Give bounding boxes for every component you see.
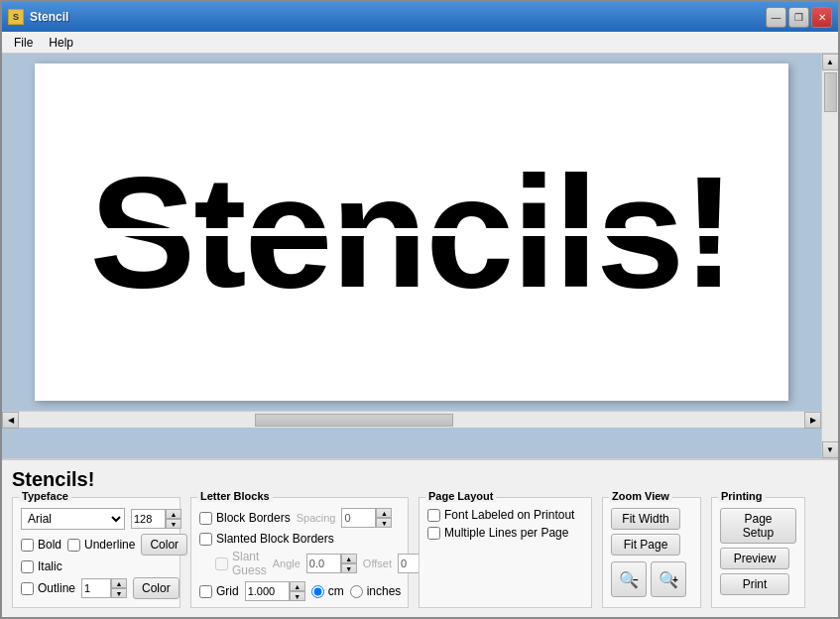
spacing-down-button[interactable]: ▼ — [376, 518, 392, 528]
slant-guess-label[interactable]: Slant Guess — [215, 550, 267, 577]
canvas-scroll-area[interactable]: Stencils! ◀ ▶ — [2, 54, 821, 458]
app-icon: S — [8, 9, 24, 25]
letter-blocks-group-title: Letter Blocks — [197, 490, 273, 502]
angle-label: Angle — [273, 557, 300, 569]
font-labeled-label[interactable]: Font Labeled on Printout — [427, 508, 574, 522]
grid-spinner-btns: ▲ ▼ — [290, 581, 305, 601]
inches-radio[interactable] — [350, 585, 363, 598]
font-select[interactable]: Arial Times New Roman Courier New Verdan… — [21, 508, 125, 530]
grid-checkbox[interactable] — [199, 585, 212, 598]
letter-blocks-group: Letter Blocks Block Borders Spacing ▲ ▼ — [190, 497, 409, 608]
stencil-preview-text: Stencils! — [90, 141, 734, 323]
italic-checkbox[interactable] — [21, 560, 34, 573]
zoom-view-group: Zoom View Fit Width Fit Page 🔍− 🔍+ — [602, 497, 701, 608]
close-button[interactable]: ✕ — [811, 7, 832, 28]
font-dropdown-wrapper: Arial Times New Roman Courier New Verdan… — [21, 508, 125, 530]
grid-down-button[interactable]: ▼ — [290, 591, 305, 601]
slanted-borders-row: Slanted Block Borders — [199, 532, 400, 546]
typeface-group: Typeface Arial Times New Roman Courier N… — [12, 497, 180, 608]
grid-up-button[interactable]: ▲ — [290, 581, 305, 591]
multiple-lines-label[interactable]: Multiple Lines per Page — [427, 526, 568, 540]
app-title-row: Stencils! — [12, 468, 828, 491]
zoom-out-button[interactable]: 🔍− — [611, 561, 647, 597]
fit-width-button[interactable]: Fit Width — [611, 508, 680, 530]
page-setup-button[interactable]: Page Setup — [720, 508, 796, 544]
underline-checkbox[interactable] — [67, 539, 80, 552]
spacing-label: Spacing — [297, 512, 336, 524]
hscroll-thumb[interactable] — [255, 414, 453, 427]
italic-label[interactable]: Italic — [21, 559, 62, 573]
slanted-borders-checkbox[interactable] — [199, 533, 212, 546]
vscroll-thumb[interactable] — [824, 72, 837, 112]
font-size-up-button[interactable]: ▲ — [166, 509, 181, 519]
print-button[interactable]: Print — [720, 573, 789, 595]
page-setup-row: Page Setup — [720, 508, 796, 544]
inches-radio-label[interactable]: inches — [350, 584, 402, 598]
window-title: Stencil — [30, 10, 68, 24]
zoom-in-button[interactable]: 🔍+ — [651, 561, 686, 597]
angle-up-button[interactable]: ▲ — [341, 554, 357, 563]
angle-down-button[interactable]: ▼ — [341, 563, 357, 573]
fit-page-button[interactable]: Fit Page — [611, 534, 680, 556]
outline-checkbox[interactable] — [21, 582, 34, 595]
hscroll-left-button[interactable]: ◀ — [2, 412, 19, 429]
bold-checkbox[interactable] — [21, 539, 34, 552]
hscroll-track[interactable] — [19, 412, 804, 428]
fit-page-row: Fit Page — [611, 534, 692, 556]
multiple-lines-checkbox[interactable] — [427, 527, 440, 540]
typeface-font-row: Arial Times New Roman Courier New Verdan… — [21, 508, 172, 530]
grid-spinner: ▲ ▼ — [245, 581, 305, 601]
grid-label[interactable]: Grid — [199, 584, 239, 598]
zoom-view-group-title: Zoom View — [609, 490, 672, 502]
spacing-input[interactable] — [341, 508, 376, 528]
grid-input[interactable] — [245, 581, 290, 601]
bold-label[interactable]: Bold — [21, 538, 61, 552]
minimize-button[interactable]: — — [766, 7, 786, 28]
fit-width-row: Fit Width — [611, 508, 692, 530]
spacing-up-button[interactable]: ▲ — [376, 508, 392, 518]
main-window: S Stencil — ❒ ✕ File Help Stencils! ◀ ▶ — [0, 0, 840, 619]
vscroll-up-button[interactable]: ▲ — [822, 54, 839, 70]
angle-spinner: ▲ ▼ — [306, 554, 357, 573]
title-bar-left: S Stencil — [8, 9, 68, 25]
color-button[interactable]: Color — [141, 534, 187, 556]
block-borders-label[interactable]: Block Borders — [199, 511, 291, 525]
canvas-page: Stencils! — [35, 63, 788, 401]
app-title-display: Stencils! — [12, 468, 94, 490]
outline-input[interactable] — [81, 578, 111, 598]
cm-radio-label[interactable]: cm — [311, 584, 344, 598]
angle-input[interactable] — [306, 554, 341, 573]
vscroll-down-button[interactable]: ▼ — [822, 441, 839, 458]
angle-spinner-btns: ▲ ▼ — [341, 554, 357, 573]
font-labeled-row: Font Labeled on Printout — [427, 508, 583, 522]
restore-button[interactable]: ❒ — [788, 7, 809, 28]
vscroll-track[interactable] — [822, 70, 838, 441]
bold-underline-row: Bold Underline Color — [21, 534, 172, 556]
grid-row: Grid ▲ ▼ cm inche — [199, 581, 400, 601]
outline-row: Outline ▲ ▼ Color — [21, 577, 172, 599]
font-size-input[interactable] — [131, 509, 166, 529]
spacing-spinner-btns: ▲ ▼ — [376, 508, 392, 528]
menu-file[interactable]: File — [6, 34, 41, 52]
underline-label[interactable]: Underline — [67, 538, 135, 552]
menu-help[interactable]: Help — [41, 34, 81, 52]
outline-down-button[interactable]: ▼ — [111, 588, 127, 598]
controls-grid: Typeface Arial Times New Roman Courier N… — [12, 497, 828, 608]
preview-button[interactable]: Preview — [720, 548, 789, 569]
outline-up-button[interactable]: ▲ — [111, 578, 127, 588]
outline-color-button[interactable]: Color — [133, 577, 180, 599]
print-row: Print — [720, 573, 796, 595]
font-size-down-button[interactable]: ▼ — [166, 519, 181, 529]
title-bar: S Stencil — ❒ ✕ — [2, 2, 838, 32]
outline-label[interactable]: Outline — [21, 581, 75, 595]
angle-offset-row: Slant Guess Angle ▲ ▼ Offset — [199, 550, 400, 577]
font-labeled-checkbox[interactable] — [427, 509, 440, 522]
hscroll-right-button[interactable]: ▶ — [804, 412, 821, 429]
block-borders-checkbox[interactable] — [199, 512, 212, 525]
slant-guess-checkbox[interactable] — [215, 557, 228, 570]
cm-radio[interactable] — [311, 585, 324, 598]
font-size-spinner: ▲ ▼ — [131, 509, 181, 529]
slanted-block-borders-label[interactable]: Slanted Block Borders — [199, 532, 334, 546]
title-controls: — ❒ ✕ — [766, 7, 832, 28]
horizontal-scrollbar: ◀ ▶ — [2, 411, 821, 428]
